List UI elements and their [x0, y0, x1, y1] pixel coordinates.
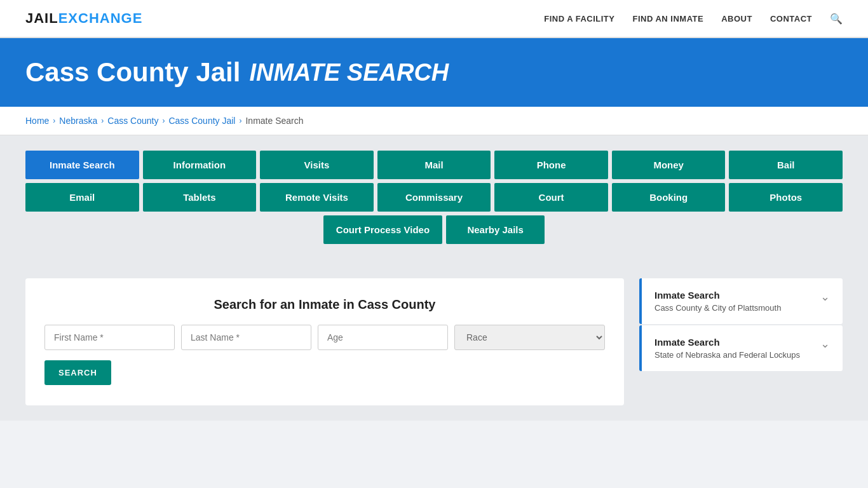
breadcrumb-current: Inmate Search	[245, 116, 303, 126]
nav-about[interactable]: ABOUT	[721, 14, 752, 24]
tab-court-process-video[interactable]: Court Process Video	[323, 215, 442, 244]
sidebar-card-cass-title: Inmate Search	[654, 290, 814, 301]
hero-title-bold: Cass County Jail	[25, 57, 240, 88]
hero-banner: Cass County Jail INMATE SEARCH	[0, 38, 868, 107]
race-select[interactable]: Race White Black Hispanic Asian Other	[454, 325, 605, 350]
tab-phone[interactable]: Phone	[494, 151, 608, 179]
breadcrumb: Home › Nebraska › Cass County › Cass Cou…	[25, 116, 843, 126]
search-button[interactable]: SEARCH	[44, 360, 111, 385]
search-form-card: Search for an Inmate in Cass County Race…	[25, 278, 624, 405]
breadcrumb-bar: Home › Nebraska › Cass County › Cass Cou…	[0, 107, 868, 135]
tab-money[interactable]: Money	[612, 151, 726, 179]
tab-commissary[interactable]: Commissary	[377, 183, 491, 212]
tab-visits[interactable]: Visits	[260, 151, 374, 179]
tab-tablets[interactable]: Tablets	[143, 183, 257, 212]
sidebar-card-nebraska-subtitle: State of Nebraska and Federal Lockups	[654, 350, 814, 360]
sidebar: Inmate Search Cass County & City of Plat…	[639, 278, 843, 405]
breadcrumb-sep-3: ›	[162, 116, 165, 125]
nav-contact[interactable]: CONTACT	[770, 14, 812, 24]
chevron-down-icon-2: ⌄	[820, 337, 830, 351]
logo[interactable]: JAILEXCHANGE	[25, 10, 142, 27]
tab-mail[interactable]: Mail	[377, 151, 491, 179]
sidebar-card-cass-content: Inmate Search Cass County & City of Plat…	[654, 290, 814, 313]
breadcrumb-jail[interactable]: Cass County Jail	[168, 116, 235, 126]
tab-information[interactable]: Information	[143, 151, 257, 179]
sidebar-card-cass-subtitle: Cass County & City of Plattsmouth	[654, 303, 814, 313]
tabs-section: Inmate Search Information Visits Mail Ph…	[0, 135, 868, 263]
tab-inmate-search[interactable]: Inmate Search	[25, 151, 139, 179]
chevron-down-icon-1: ⌄	[820, 290, 830, 304]
tab-bail[interactable]: Bail	[729, 151, 843, 179]
logo-exchange: EXCHANGE	[58, 10, 143, 26]
breadcrumb-nebraska[interactable]: Nebraska	[59, 116, 97, 126]
hero-title-italic: INMATE SEARCH	[249, 59, 449, 86]
search-fields: Race White Black Hispanic Asian Other	[44, 325, 605, 350]
breadcrumb-home[interactable]: Home	[25, 116, 49, 126]
nav-find-facility[interactable]: FIND A FACILITY	[544, 14, 614, 24]
last-name-input[interactable]	[181, 325, 311, 350]
header: JAILEXCHANGE FIND A FACILITY FIND AN INM…	[0, 0, 868, 38]
tab-photos[interactable]: Photos	[729, 183, 843, 212]
sidebar-card-nebraska-content: Inmate Search State of Nebraska and Fede…	[654, 337, 814, 360]
tab-nearby-jails[interactable]: Nearby Jails	[446, 215, 545, 244]
lower-section: Search for an Inmate in Cass County Race…	[0, 263, 868, 421]
tab-court[interactable]: Court	[494, 183, 608, 212]
nav-find-inmate[interactable]: FIND AN INMATE	[632, 14, 703, 24]
sidebar-card-nebraska[interactable]: Inmate Search State of Nebraska and Fede…	[639, 325, 843, 371]
nav: FIND A FACILITY FIND AN INMATE ABOUT CON…	[544, 13, 843, 25]
breadcrumb-sep-2: ›	[101, 116, 104, 125]
sidebar-card-nebraska-title: Inmate Search	[654, 337, 814, 348]
age-input[interactable]	[318, 325, 448, 350]
search-form-title: Search for an Inmate in Cass County	[44, 297, 605, 312]
breadcrumb-sep-1: ›	[53, 116, 55, 125]
tabs-row-3: Court Process Video Nearby Jails	[25, 215, 843, 244]
sidebar-card-cass[interactable]: Inmate Search Cass County & City of Plat…	[639, 278, 843, 324]
tab-remote-visits[interactable]: Remote Visits	[260, 183, 374, 212]
page-heading: Cass County Jail INMATE SEARCH	[25, 57, 843, 88]
logo-jail: JAIL	[25, 10, 58, 26]
tabs-row-1: Inmate Search Information Visits Mail Ph…	[25, 151, 843, 179]
tabs-row-2: Email Tablets Remote Visits Commissary C…	[25, 183, 843, 212]
breadcrumb-sep-4: ›	[239, 116, 241, 125]
breadcrumb-cass-county[interactable]: Cass County	[107, 116, 158, 126]
search-icon[interactable]: 🔍	[830, 13, 843, 25]
tab-email[interactable]: Email	[25, 183, 139, 212]
first-name-input[interactable]	[44, 325, 175, 350]
tab-booking[interactable]: Booking	[612, 183, 726, 212]
